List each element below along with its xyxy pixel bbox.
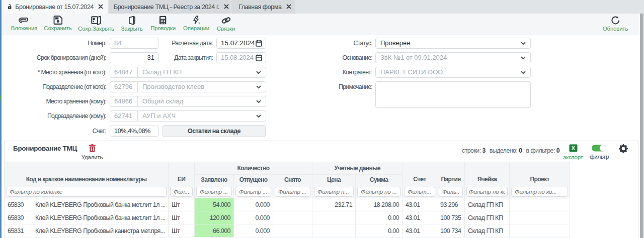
svg-text:X: X (571, 145, 575, 151)
